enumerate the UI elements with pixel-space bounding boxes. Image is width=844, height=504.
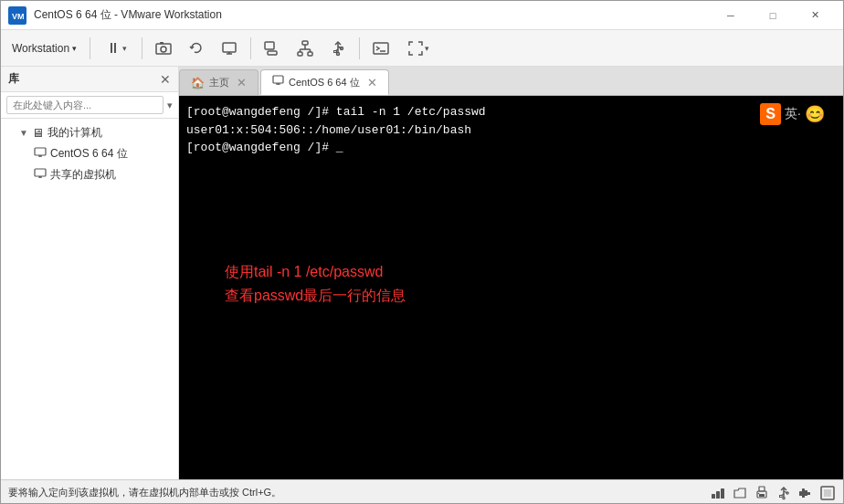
computer-icon: 🖥: [32, 126, 44, 140]
svg-point-46: [783, 497, 785, 499]
svg-point-40: [758, 492, 760, 494]
svg-rect-10: [302, 41, 308, 45]
sidebar-close-button[interactable]: ✕: [160, 72, 171, 87]
window-title: CentOS 6 64 位 - VMware Workstation: [34, 7, 710, 23]
home-tab-close[interactable]: ✕: [237, 76, 247, 89]
terminal-line-1: [root@wangdefeng /]# tail -n 1 /etc/pass…: [186, 103, 836, 121]
status-icon-2[interactable]: [732, 485, 748, 501]
svg-rect-34: [712, 494, 715, 499]
status-icons: [710, 485, 836, 501]
svg-rect-36: [721, 488, 724, 499]
maximize-button[interactable]: □: [752, 1, 794, 30]
pause-icon: ⏸: [106, 40, 121, 57]
vm-settings-icon: [264, 40, 280, 57]
app-icon: VM: [8, 6, 26, 25]
main-content: 库 ✕ ▾ ▼ 🖥 我的计算机 CentOS 6 64: [1, 67, 843, 479]
shared-vm-icon: [34, 167, 47, 183]
svg-rect-4: [160, 42, 164, 44]
watermark-emoji: 😊: [805, 104, 825, 124]
pause-button[interactable]: ⏸ ▾: [96, 35, 136, 62]
svg-rect-23: [374, 43, 388, 54]
suspend-button[interactable]: [214, 35, 245, 62]
svg-rect-9: [268, 51, 277, 55]
separator-1: [90, 37, 90, 59]
separator-4: [359, 37, 360, 59]
terminal-line-2: user01:x:504:506::/home/user01:/bin/bash: [186, 121, 836, 140]
status-bar: 要将输入定向到该虚拟机，请在虚拟机内部单击或按 Ctrl+G。: [1, 479, 843, 504]
minimize-button[interactable]: ─: [710, 1, 752, 30]
vm-settings-button[interactable]: [257, 35, 288, 62]
watermark-text: 英·: [785, 106, 801, 122]
svg-rect-8: [265, 42, 274, 49]
fullscreen-button[interactable]: ▾: [398, 35, 438, 62]
my-computer-label: 我的计算机: [47, 125, 102, 141]
svg-rect-25: [35, 148, 46, 155]
sidebar-tree: ▼ 🖥 我的计算机 CentOS 6 64 位: [1, 119, 178, 479]
shared-vms-label: 共享的虚拟机: [50, 167, 116, 183]
svg-rect-28: [35, 169, 46, 176]
svg-rect-11: [298, 52, 302, 56]
svg-rect-48: [802, 488, 805, 498]
revert-button[interactable]: [181, 35, 212, 62]
sidebar-header: 库 ✕: [1, 67, 178, 92]
home-tab-icon: 🏠: [191, 77, 205, 89]
separator-2: [142, 37, 142, 59]
console-icon: [373, 40, 389, 57]
revert-icon: [188, 40, 205, 57]
fullscreen-arrow: ▾: [425, 44, 429, 53]
snapshot-button[interactable]: [148, 35, 179, 62]
status-icon-3[interactable]: [754, 485, 770, 501]
workstation-arrow: ▾: [72, 44, 77, 53]
stretch-icon[interactable]: [819, 485, 836, 501]
fullscreen-icon: [407, 40, 424, 57]
centos-tab-icon: [272, 75, 284, 89]
vm-icon: [34, 146, 47, 162]
window-controls: ─ □ ✕: [710, 1, 836, 30]
centos-tab-label: CentOS 6 64 位: [289, 76, 360, 89]
svg-rect-5: [223, 43, 236, 52]
toolbar: Workstation ▾ ⏸ ▾: [1, 30, 843, 67]
status-icon-4[interactable]: [775, 485, 792, 501]
tab-centos[interactable]: CentOS 6 64 位 ✕: [260, 69, 389, 95]
svg-rect-31: [273, 76, 283, 83]
svg-rect-39: [759, 494, 765, 497]
svg-rect-35: [716, 491, 720, 499]
usb-icon: [330, 40, 346, 57]
terminal-annotation: 使用tail -n 1 /etc/passwd 查看passwd最后一行的信息: [225, 260, 406, 307]
watermark: S 英· 😊: [760, 103, 825, 125]
terminal[interactable]: [root@wangdefeng /]# tail -n 1 /etc/pass…: [179, 96, 843, 479]
centos-tab-close[interactable]: ✕: [367, 76, 377, 89]
usb-button[interactable]: [322, 35, 353, 62]
suspend-icon: [221, 40, 237, 57]
home-tab-label: 主页: [209, 76, 229, 89]
sidebar-item-my-computer[interactable]: ▼ 🖥 我的计算机: [1, 122, 178, 143]
search-bar: ▾: [1, 92, 178, 119]
svg-rect-12: [308, 52, 312, 56]
status-icon-5[interactable]: [797, 485, 814, 501]
sidebar: 库 ✕ ▾ ▼ 🖥 我的计算机 CentOS 6 64: [1, 67, 179, 479]
status-icon-1[interactable]: [710, 485, 726, 501]
search-input[interactable]: [6, 96, 164, 114]
svg-rect-52: [824, 489, 831, 497]
close-button[interactable]: ✕: [794, 1, 836, 30]
tree-expand-icon: ▼: [19, 128, 28, 138]
centos-label: CentOS 6 64 位: [50, 146, 128, 162]
svg-rect-45: [780, 495, 783, 497]
network-icon: [297, 40, 313, 57]
svg-point-22: [337, 52, 340, 55]
network-editor-button[interactable]: [290, 35, 321, 62]
tab-home[interactable]: 🏠 主页 ✕: [179, 69, 258, 95]
workstation-menu[interactable]: Workstation ▾: [5, 38, 84, 58]
sidebar-item-centos[interactable]: CentOS 6 64 位: [1, 143, 178, 164]
workstation-label: Workstation: [12, 42, 69, 55]
sidebar-title: 库: [8, 71, 19, 87]
svg-text:VM: VM: [12, 12, 25, 21]
sidebar-item-shared-vms[interactable]: 共享的虚拟机: [1, 164, 178, 185]
watermark-s-label: S: [760, 103, 781, 125]
search-dropdown-arrow[interactable]: ▾: [167, 100, 173, 111]
vm-area: 🏠 主页 ✕ CentOS 6 64 位 ✕ [root@wangdefeng …: [179, 67, 843, 479]
svg-rect-49: [805, 490, 807, 496]
svg-rect-21: [334, 50, 337, 52]
console-button[interactable]: [365, 35, 396, 62]
status-message: 要将输入定向到该虚拟机，请在虚拟机内部单击或按 Ctrl+G。: [8, 486, 281, 499]
